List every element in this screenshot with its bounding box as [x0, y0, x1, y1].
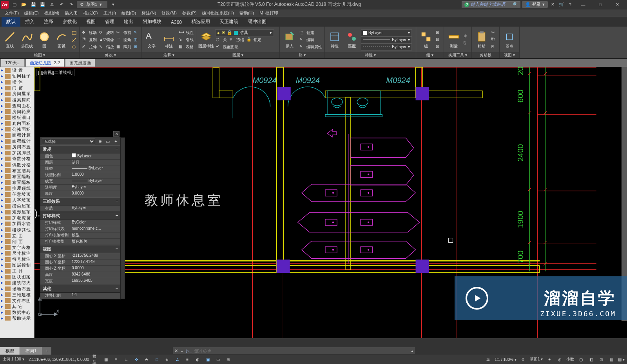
- palette-item-15[interactable]: ▶奇数分格: [0, 156, 34, 162]
- prop-row[interactable]: 打印表类型颜色相关: [40, 239, 120, 245]
- prop-row[interactable]: 线型———— ByLayer: [40, 166, 120, 172]
- group-button[interactable]: 组: [418, 29, 434, 51]
- linetype-dropdown[interactable]: ByLayer▾: [361, 43, 412, 50]
- palette-item-9[interactable]: ▶套内面积: [0, 121, 34, 126]
- ortho-toggle-icon[interactable]: ∟: [123, 356, 130, 363]
- palette-item-0[interactable]: ▶设 置: [0, 67, 34, 73]
- qat-undo-icon[interactable]: ↶: [58, 1, 65, 8]
- doc-tab-t20[interactable]: T20天...: [1, 59, 25, 67]
- prop-row[interactable]: 打印样式表monochrome.c...: [40, 226, 120, 232]
- palette-item-23[interactable]: ▶攒尖屋顶: [0, 203, 34, 209]
- stretch-button[interactable]: ⤢拉伸: [81, 43, 98, 50]
- prop-row[interactable]: 高度8342.6488: [40, 272, 120, 278]
- menu-5[interactable]: 工具(I): [101, 9, 118, 17]
- palette-item-19[interactable]: ▶布置隔板: [0, 180, 34, 186]
- palette-item-17[interactable]: ▶布置洁具: [0, 168, 34, 174]
- plus-icon[interactable]: +: [546, 356, 553, 363]
- edit-block-button[interactable]: ✎编辑: [299, 36, 323, 43]
- polyline-button[interactable]: 多段线: [19, 29, 35, 51]
- qat-workspace-tab[interactable]: ⚙ 草图1 ▾: [77, 1, 107, 8]
- palette-item-27[interactable]: ▶楼梯其他: [0, 227, 34, 233]
- layout-add-button[interactable]: +: [42, 348, 51, 354]
- line-button[interactable]: 直线: [2, 29, 18, 51]
- prop-quickselect-icon[interactable]: ⊕: [97, 138, 103, 144]
- palette-item-38[interactable]: ▶三维建模: [0, 292, 34, 298]
- ribbon-tab-6[interactable]: 输出: [119, 17, 138, 27]
- exchange-icon[interactable]: ✕: [549, 1, 556, 8]
- menu-0[interactable]: 文件(F): [2, 9, 21, 17]
- grid-toggle-icon[interactable]: ▦: [102, 356, 109, 363]
- dim-button[interactable]: 标注: [161, 29, 177, 51]
- create-block-button[interactable]: ⬚创建: [299, 29, 323, 36]
- status-space-button[interactable]: 模型: [92, 356, 99, 363]
- prop-row[interactable]: 图层洁具: [40, 160, 120, 166]
- linear-dim-button[interactable]: ⟷线性: [178, 29, 194, 36]
- osnap-toggle-icon[interactable]: □: [153, 356, 160, 363]
- transparency-icon[interactable]: ◐: [194, 356, 201, 363]
- ribbon-tab-7[interactable]: 附加模块: [138, 17, 166, 27]
- copy-button[interactable]: ⿻复制: [81, 36, 98, 43]
- menu-12[interactable]: M_批打印: [257, 9, 281, 17]
- ribbon-tab-2[interactable]: 注释: [39, 17, 58, 27]
- window-minimize[interactable]: —: [575, 0, 591, 9]
- palette-item-8[interactable]: ▶楼板洞口: [0, 115, 34, 121]
- doc-tab-current[interactable]: 画龙幼儿图 2-2: [25, 59, 64, 67]
- palette-item-40[interactable]: ▶其 它: [0, 304, 34, 310]
- status-units[interactable]: 小数: [566, 357, 574, 362]
- ribbon-tab-5[interactable]: 管理: [100, 17, 119, 27]
- palette-item-5[interactable]: ▶搜索房间: [0, 97, 34, 103]
- status-extra-1[interactable]: ▢: [577, 356, 584, 363]
- util-extra-2[interactable]: ⎘: [463, 40, 470, 47]
- prop-section[interactable]: 三维效果–: [40, 197, 120, 205]
- cut-button[interactable]: ✂: [491, 29, 498, 36]
- ribbon-tab-8[interactable]: A360: [166, 18, 187, 27]
- circle-button[interactable]: 圆: [36, 29, 53, 51]
- modify-extra-3[interactable]: ⊞: [133, 43, 140, 50]
- status-extra-3[interactable]: ⊡: [598, 356, 605, 363]
- status-anno[interactable]: 草图1 ▾: [530, 357, 543, 362]
- palette-item-39[interactable]: ▶文件布图: [0, 298, 34, 304]
- menu-4[interactable]: 格式(Q): [81, 9, 100, 17]
- prop-row[interactable]: 线宽———— ByLayer: [40, 178, 120, 185]
- menu-10[interactable]: 缓冲出图系统(H): [200, 9, 236, 17]
- command-line[interactable]: ✕ ⌄ ▷_ ▴: [172, 347, 415, 355]
- properties-palette[interactable]: ✕ 无选择 ⊕ ▭ ✦ 常规–颜色ByLayer图层洁具线型———— ByLay…: [40, 137, 121, 299]
- status-ratio[interactable]: 1:1 / 100% ▾: [495, 357, 516, 362]
- cmd-close-icon[interactable]: ✕: [174, 348, 178, 353]
- arc-button[interactable]: 圆弧: [53, 29, 70, 51]
- layer-lock-button[interactable]: 🔒锁定: [246, 36, 262, 43]
- palette-item-34[interactable]: ▶工 具: [0, 268, 34, 274]
- qat-open-icon[interactable]: 📂: [20, 1, 27, 8]
- menu-11[interactable]: 帮助(H): [237, 9, 256, 17]
- prop-section[interactable]: 视图–: [40, 245, 120, 253]
- palette-item-30[interactable]: ▶文字表格: [0, 245, 34, 250]
- status-extra-4[interactable]: ▤: [608, 356, 615, 363]
- lwt-toggle-icon[interactable]: ≡: [184, 356, 191, 363]
- cmd-expand-icon[interactable]: ▴: [411, 348, 413, 353]
- nav-icon[interactable]: ◎: [556, 356, 563, 363]
- prop-row[interactable]: 材质ByLayer: [40, 205, 120, 212]
- prop-select-icon[interactable]: ▭: [105, 138, 111, 144]
- prop-pick-icon[interactable]: ✦: [112, 138, 119, 144]
- ribbon-tab-0[interactable]: 默认: [2, 17, 20, 27]
- help-icon[interactable]: ?: [567, 1, 574, 8]
- qat-redo-icon[interactable]: ↷: [67, 1, 74, 8]
- ribbon-tab-9[interactable]: 精选应用: [187, 17, 215, 27]
- palette-item-26[interactable]: ▶加雨水管: [0, 221, 34, 227]
- basepoint-button[interactable]: 基点: [501, 29, 518, 51]
- login-button[interactable]: 👤 登录 ▾: [522, 1, 548, 8]
- ribbon-tab-1[interactable]: 插入: [20, 17, 39, 27]
- move-button[interactable]: ✥移动: [81, 29, 98, 36]
- palette-item-16[interactable]: ▶偶数分格: [0, 162, 34, 168]
- color-dropdown[interactable]: ByLayer▾: [361, 29, 412, 36]
- help-search-input[interactable]: ? 键入关键字或短语 🔍: [462, 1, 520, 8]
- qat-save-icon[interactable]: 💾: [30, 1, 37, 8]
- prop-row[interactable]: 圆心 X 坐标-2115756.2489: [40, 253, 120, 259]
- properties-grip[interactable]: [120, 137, 125, 299]
- layout-tab-model[interactable]: 模型: [0, 347, 20, 355]
- draw-ellipse-button[interactable]: [71, 43, 78, 50]
- scale-button[interactable]: ⤡缩放: [98, 43, 115, 50]
- status-extra-2[interactable]: ◧: [587, 356, 594, 363]
- layer-dropdown[interactable]: ● ☀ 🔓 洁具 ▾: [215, 29, 274, 36]
- iso-toggle-icon[interactable]: ⬘: [143, 356, 150, 363]
